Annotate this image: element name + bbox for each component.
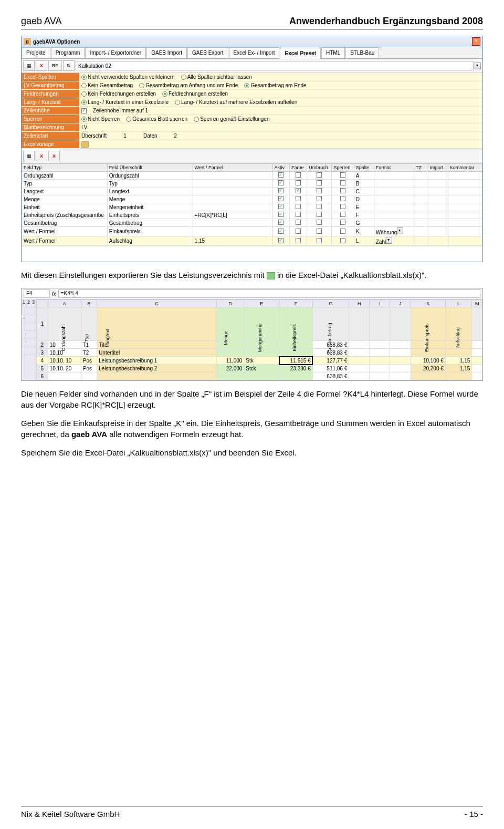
col-letter[interactable]: H <box>349 300 370 307</box>
checkbox-icon[interactable] <box>317 204 322 209</box>
re-button[interactable]: RE <box>48 60 62 71</box>
excel-cell[interactable] <box>390 365 411 372</box>
col-header[interactable]: Wert / Formel <box>193 164 272 172</box>
excel-cell[interactable]: 1,15 <box>445 365 472 372</box>
checkbox-icon[interactable] <box>296 212 301 217</box>
tab-html[interactable]: HTML <box>321 47 345 58</box>
checkbox-icon[interactable] <box>296 220 301 225</box>
excel-cell[interactable]: 638,83 € <box>312 372 349 380</box>
row-number[interactable]: 3 <box>37 349 48 357</box>
excel-cell[interactable] <box>217 341 244 349</box>
excel-cell[interactable]: Stk <box>244 357 279 365</box>
outline-column[interactable]: 123 − · · <box>22 299 36 380</box>
checkbox-icon[interactable] <box>317 180 322 185</box>
col-header[interactable]: Feld Typ <box>22 164 108 172</box>
excel-cell[interactable] <box>370 357 390 365</box>
checkbox-icon[interactable] <box>340 238 345 243</box>
refresh-icon[interactable]: ↻ <box>63 60 75 71</box>
field-row[interactable]: Wert / FormelAufschlag1,15LZahl <box>22 236 482 246</box>
radio-option[interactable]: Kein Feldrechungen erstellen <box>81 91 156 97</box>
excel-cell[interactable] <box>349 341 370 349</box>
radio-option[interactable]: Gesamtes Blatt sperren <box>126 116 187 122</box>
radio-option[interactable]: Gesamtbetrag am Ende <box>244 82 306 88</box>
excel-cell[interactable]: Leistungsbeschreibung 2 <box>97 365 217 372</box>
excel-cell[interactable] <box>370 372 390 380</box>
checkbox-icon[interactable] <box>278 229 284 234</box>
excel-cell[interactable]: Untertitel <box>97 349 217 357</box>
col-header[interactable]: Format <box>374 164 414 172</box>
excel-cell[interactable]: Stck <box>244 365 279 372</box>
field-row[interactable]: MengeMengeD <box>22 195 482 203</box>
excel-cell[interactable] <box>390 372 411 380</box>
checkbox-icon[interactable] <box>340 220 345 225</box>
excel-cell[interactable]: Pos <box>81 357 97 365</box>
radio-option[interactable]: Nicht verwendete Spalten verkleinern <box>81 74 175 80</box>
checkbox-icon[interactable] <box>296 172 301 178</box>
folder-icon[interactable] <box>81 141 89 148</box>
close-icon[interactable]: × <box>472 37 480 46</box>
row-number[interactable]: 6 <box>37 372 48 380</box>
checkbox-icon[interactable] <box>340 188 345 193</box>
excel-cell[interactable] <box>370 341 390 349</box>
excel-cell[interactable] <box>390 341 411 349</box>
field-row[interactable]: GesamtbetragGesamtbetragG <box>22 219 482 227</box>
excel-cell[interactable]: 10.10. 10 <box>48 357 81 365</box>
checkbox-icon[interactable] <box>340 212 345 217</box>
excel-cell[interactable] <box>472 365 482 372</box>
col-letter[interactable]: J <box>390 300 411 307</box>
excel-cell[interactable]: 511,06 € <box>312 365 349 372</box>
outline-level[interactable]: 1 <box>22 299 26 307</box>
tab-excel-ex-import[interactable]: Excel Ex- / Import <box>229 47 280 58</box>
row-number[interactable]: 5 <box>37 365 48 372</box>
excel-cell[interactable] <box>472 341 482 349</box>
excel-cell[interactable]: 127,77 € <box>312 357 349 365</box>
tab-projekte[interactable]: Projekte <box>22 47 50 58</box>
excel-cell[interactable]: 10,100 € <box>411 357 445 365</box>
field-row[interactable]: OrdungszahlOrdungszahlA <box>22 172 482 180</box>
delete-icon[interactable]: X <box>36 60 47 71</box>
excel-cell[interactable] <box>349 357 370 365</box>
checkbox-icon[interactable] <box>278 204 284 209</box>
checkbox-icon[interactable] <box>317 172 322 178</box>
radio-option[interactable]: Nicht Sperren <box>81 116 120 122</box>
checkbox-icon[interactable] <box>278 188 284 193</box>
row-number[interactable]: 4 <box>37 357 48 365</box>
excel-cell[interactable]: T1 <box>81 341 97 349</box>
tool-icon[interactable]: ▦ <box>23 60 35 71</box>
excel-cell[interactable]: Titel <box>97 341 217 349</box>
checkbox-icon[interactable] <box>81 108 87 113</box>
col-header[interactable]: Import <box>428 164 448 172</box>
corner-cell[interactable] <box>37 300 48 307</box>
col-header[interactable]: TZ <box>414 164 428 172</box>
excel-cell[interactable]: 1,15 <box>445 357 472 365</box>
checkbox-icon[interactable] <box>278 220 284 225</box>
excel-cell[interactable]: 22,000 <box>217 365 244 372</box>
excel-cell[interactable]: 10.10. 20 <box>48 365 81 372</box>
col-letter[interactable]: K <box>411 300 445 307</box>
excel-cell[interactable]: Leistungsbeschreibung 1 <box>97 357 217 365</box>
col-header[interactable]: Umbruch <box>307 164 332 172</box>
tab-stlb-bau[interactable]: STLB-Bau <box>345 47 379 58</box>
excel-cell[interactable] <box>370 365 390 372</box>
field-row[interactable]: TypTypB <box>22 180 482 188</box>
row-head-1[interactable]: 1 <box>37 307 48 341</box>
checkbox-icon[interactable] <box>296 229 301 234</box>
checkbox-icon[interactable] <box>340 229 345 234</box>
excel-cell[interactable] <box>81 372 97 380</box>
excel-cell[interactable] <box>217 372 244 380</box>
col-header[interactable]: Aktiv <box>272 164 290 172</box>
checkbox-icon[interactable] <box>317 229 322 234</box>
col-letter[interactable]: I <box>370 300 390 307</box>
excel-cell[interactable] <box>390 357 411 365</box>
excel-cell[interactable] <box>445 372 472 380</box>
excel-cell[interactable]: Pos <box>81 365 97 372</box>
excel-cell[interactable] <box>390 349 411 357</box>
excel-cell[interactable] <box>472 357 482 365</box>
excel-cell[interactable] <box>217 349 244 357</box>
excel-cell[interactable] <box>370 349 390 357</box>
excel-cell[interactable] <box>472 349 482 357</box>
tab-import-exportordner[interactable]: Import- / Exportordner <box>85 47 146 58</box>
fx-icon[interactable]: fx <box>52 291 56 297</box>
col-letter[interactable]: G <box>312 300 349 307</box>
col-header[interactable]: Spalte <box>354 164 374 172</box>
